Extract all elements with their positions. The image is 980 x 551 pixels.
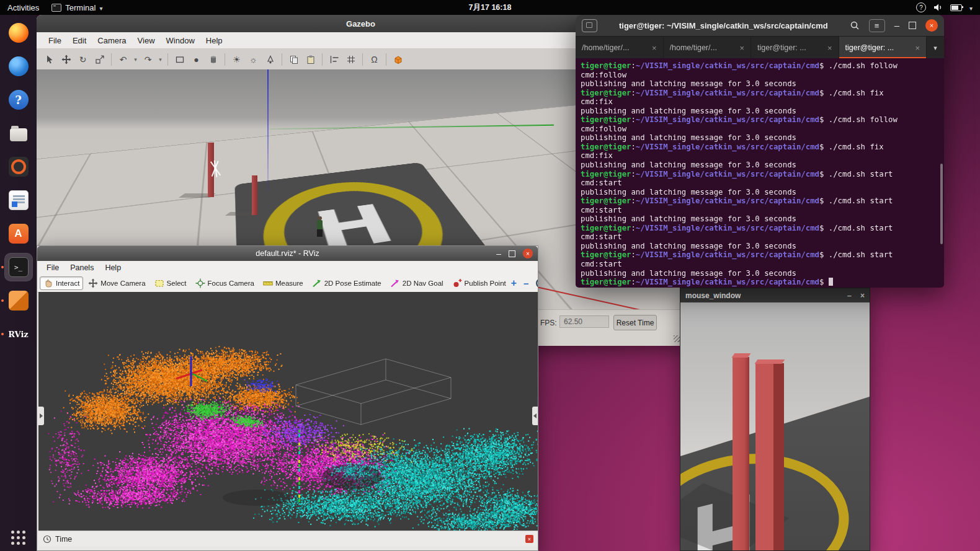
gazebo-menu-edit[interactable]: Edit [67,36,92,45]
tool-select[interactable]: Select [151,276,190,290]
show-applications-button[interactable] [11,531,25,545]
gazebo-menu-view[interactable]: View [132,36,161,45]
dock-item-libreoffice-writer[interactable] [5,187,32,214]
activities-button[interactable]: Activities [0,0,47,15]
rotate-icon[interactable]: ↻ [75,51,91,67]
undo-icon[interactable]: ↶ [115,51,131,67]
y-axis-line [270,125,554,130]
tool-move-camera[interactable]: Move Camera [84,276,149,290]
close-button[interactable] [523,249,533,258]
tab-close-icon[interactable]: × [652,43,657,53]
sun-light-icon[interactable]: ☀ [229,51,244,67]
tool-measure[interactable]: Measure [259,276,307,290]
dock: ?A>_RViz [0,15,37,551]
terminal-line: tiger@tiger:~/VISIM_single/catkin_ws/src… [581,170,943,179]
scale-icon[interactable] [92,51,107,67]
time-panel-close-button[interactable] [525,535,533,543]
remove-tool-button[interactable] [523,278,529,289]
battery-icon[interactable] [950,4,962,11]
joint-icon[interactable]: Ω [367,51,382,67]
tool-2d-nav-goal[interactable]: 2D Nav Goal [386,276,447,290]
chevron-down-icon[interactable] [969,3,973,12]
mouse-window-titlebar[interactable]: mouse_window [680,288,870,302]
rviz-3d-viewport[interactable] [38,292,538,531]
terminal-tab-1[interactable]: /home/tiger/...× [576,37,664,59]
undo-history-icon[interactable]: ▾ [132,51,139,67]
pointcloud-canvas[interactable] [38,292,538,531]
system-status-area[interactable] [916,0,980,15]
redo-history-icon[interactable]: ▾ [157,51,164,67]
red-pillar [755,363,784,550]
terminal-line: tiger@tiger:~/VISIM_single/catkin_ws/src… [581,143,943,152]
volume-icon[interactable] [933,3,943,12]
copy-icon[interactable] [286,51,301,67]
add-tool-button[interactable] [511,278,517,289]
tool-2d-pose-estimate[interactable]: 2D Pose Estimate [308,276,385,290]
clock[interactable]: 7月17 16:18 [469,2,512,13]
paste-icon[interactable] [303,51,318,67]
select-arrow-icon[interactable] [42,51,57,67]
tab-close-icon[interactable]: × [915,43,920,53]
dock-item-terminal[interactable]: >_ [5,253,32,281]
spot-light-icon[interactable] [262,51,278,67]
rviz-menu-file[interactable]: File [41,263,65,272]
terminal-scrollbar-thumb[interactable] [940,164,943,244]
align-icon[interactable] [326,51,342,67]
cylinder-icon[interactable] [205,51,221,67]
dock-item-media-player[interactable] [5,153,32,180]
fps-value-field[interactable]: 62.50 [559,315,609,328]
dock-item-firefox[interactable] [5,19,32,46]
rviz-menu-panels[interactable]: Panels [65,263,99,272]
terminal-titlebar[interactable]: tiger@tiger: ~/VISIM_single/catkin_ws/sr… [576,15,944,36]
terminal-tab-3[interactable]: tiger@tiger: ...× [751,37,839,59]
search-icon[interactable] [850,20,860,30]
dock-item-files[interactable] [5,120,32,147]
dock-item-ubuntu-software[interactable]: A [5,220,32,247]
maximize-button[interactable] [909,22,916,29]
tool-properties-button[interactable] [536,278,538,288]
maximize-button[interactable] [509,250,515,257]
snap-icon[interactable] [343,51,359,67]
fps-label: FPS: [540,319,557,327]
building-editor-icon[interactable] [390,51,406,67]
close-button[interactable] [925,19,938,32]
tool-focus-camera[interactable]: Focus Camera [192,276,258,290]
terminal-tab-2[interactable]: /home/tiger/...× [664,37,752,59]
redo-icon[interactable]: ↷ [140,51,156,67]
tab-close-icon[interactable]: × [827,43,832,53]
terminal-window: tiger@tiger: ~/VISIM_single/catkin_ws/sr… [576,15,944,288]
sphere-icon[interactable]: ● [189,51,204,67]
tool-interact[interactable]: Interact [40,276,83,290]
box-icon[interactable] [172,51,187,67]
panel-collapse-handle-right[interactable] [532,407,538,425]
rviz-menubar: FilePanelsHelp [37,261,538,275]
minimize-button[interactable] [496,249,501,258]
tab-close-icon[interactable]: × [739,43,744,53]
gazebo-menu-help[interactable]: Help [200,36,228,45]
minimize-button[interactable] [894,20,899,31]
rviz-titlebar[interactable]: default.rviz* - RViz [37,246,538,261]
reset-time-button[interactable]: Reset Time [613,315,657,330]
close-button[interactable] [860,291,865,300]
terminal-output[interactable]: tiger@tiger:~/VISIM_single/catkin_ws/src… [576,58,944,288]
gazebo-menu-window[interactable]: Window [161,36,200,45]
minimize-button[interactable] [847,291,852,300]
dock-item-mail-client[interactable] [5,53,32,80]
tab-list-dropdown[interactable] [927,37,944,59]
tool-publish-point[interactable]: Publish Point [448,276,510,290]
translate-icon[interactable] [58,51,74,67]
terminal-line: publishing and latching message for 3.0 … [581,161,943,170]
rviz-menu-help[interactable]: Help [99,263,127,272]
dock-item-help[interactable]: ? [5,86,32,113]
gazebo-menu-camera[interactable]: Camera [92,36,131,45]
dock-item-ros-tools[interactable] [5,287,32,314]
hamburger-menu-icon[interactable] [869,19,885,32]
mouse-window-view[interactable]: H [680,302,870,550]
point-light-icon[interactable]: ☼ [246,51,261,67]
panel-collapse-handle-left[interactable] [38,407,44,425]
app-menu[interactable]: Terminal [47,0,107,15]
gazebo-menu-file[interactable]: File [43,36,67,45]
dock-item-rviz[interactable]: RViz [5,320,32,348]
terminal-tab-4[interactable]: tiger@tiger: ...× [839,37,927,59]
help-status-icon[interactable] [916,2,926,12]
